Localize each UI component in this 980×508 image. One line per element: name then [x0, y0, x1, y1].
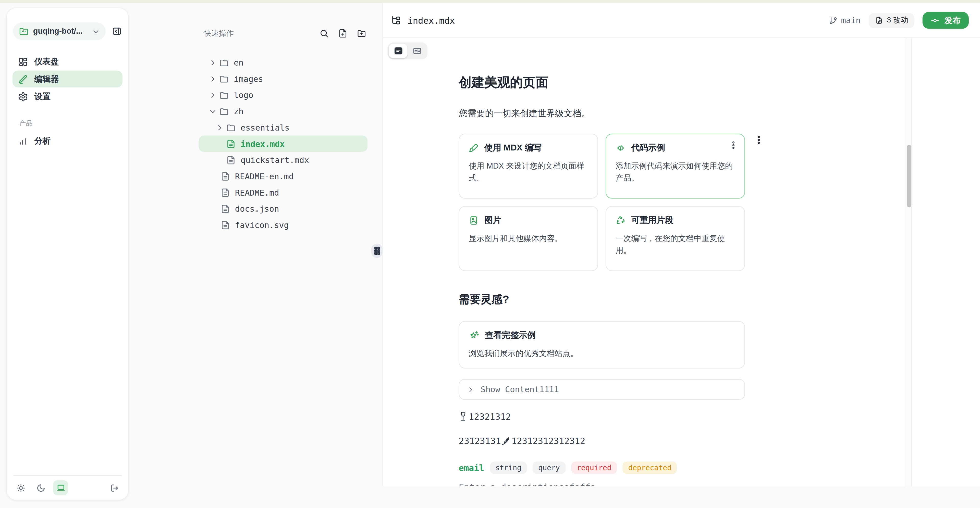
file-tree: en images logo zh essentials — [199, 54, 368, 233]
search-icon[interactable] — [319, 29, 329, 38]
sidebar-item-editor[interactable]: 编辑器 — [13, 71, 123, 87]
chevron-right-icon — [209, 91, 217, 99]
editor-panel: index.mdx main 3 改动 — [383, 3, 980, 486]
new-file-icon[interactable] — [338, 29, 348, 38]
text-line-2[interactable]: 23123131 12312312312312 — [459, 436, 745, 446]
theme-dark-button[interactable] — [33, 480, 48, 495]
folder-icon — [220, 106, 229, 116]
sun-icon — [16, 483, 25, 492]
card-mdx[interactable]: 使用 MDX 编写 使用 MDX 来设计您的文档页面样式。 — [459, 133, 598, 198]
publish-label: 发布 — [944, 15, 961, 26]
card-snippets[interactable]: 可重用片段 一次编写，在您的文档中重复使用。 — [606, 206, 745, 271]
tree-folder-essentials[interactable]: essentials — [199, 119, 368, 136]
tree-file-quickstart-mdx[interactable]: quickstart.mdx — [199, 152, 368, 168]
tab-visual-editor[interactable] — [389, 44, 407, 58]
file-icon — [226, 155, 236, 165]
theme-light-button[interactable] — [13, 480, 28, 495]
git-branch-icon — [829, 16, 837, 24]
tree-folder-en[interactable]: en — [199, 54, 368, 71]
sidebar-collapse-button[interactable] — [112, 26, 122, 36]
sidebar-item-label: 设置 — [35, 91, 51, 102]
card-code-samples[interactable]: 代码示例 添加示例代码来演示如何使用您的产品。 — [606, 133, 745, 198]
param-required-badge: required — [571, 462, 617, 474]
doc-heading-1: 创建美观的页面 — [459, 74, 745, 91]
showcase-title: 查看完整示例 — [485, 330, 535, 341]
showcase-desc: 浏览我们展示的优秀文档站点。 — [469, 348, 735, 360]
text-line-1[interactable]: 12321312 — [459, 411, 745, 423]
sidebar-nav: 仪表盘 编辑器 设置 产品 分析 — [7, 53, 128, 149]
tree-file-readme[interactable]: README.md — [199, 184, 368, 200]
file-icon — [221, 188, 230, 197]
tree-file-docs-json[interactable]: docs.json — [199, 200, 368, 217]
view-mode-tabs — [387, 43, 428, 59]
line-2-after: 12312312312312 — [511, 436, 585, 446]
param-name: email — [459, 463, 484, 473]
param-row[interactable]: email string query required deprecated — [459, 462, 745, 474]
card-title: 可重用片段 — [631, 215, 673, 226]
accordion-label: Show Content1111 — [480, 385, 559, 394]
branch-name: main — [841, 16, 861, 25]
sidebar-item-settings[interactable]: 设置 — [13, 88, 123, 105]
file-icon — [221, 171, 230, 181]
tree-folder-images[interactable]: images — [199, 71, 368, 87]
sidebar-section-label: 产品 — [19, 119, 128, 128]
logout-icon — [110, 483, 119, 492]
sidebar-item-dashboard[interactable]: 仪表盘 — [13, 53, 123, 70]
tree-folder-zh[interactable]: zh — [199, 103, 368, 119]
showcase-card[interactable]: 查看完整示例 浏览我们展示的优秀文档站点。 — [459, 321, 745, 369]
sidebar-item-label: 编辑器 — [35, 73, 59, 85]
folder-icon — [220, 90, 229, 100]
quick-actions-label: 快速操作 — [204, 28, 234, 39]
card-desc: 一次编写，在您的文档中重复使用。 — [616, 233, 735, 257]
card-images[interactable]: 图片 显示图片和其他媒体内容。 — [459, 206, 598, 271]
folder-icon — [220, 74, 229, 83]
tree-file-index-mdx[interactable]: index.mdx — [199, 135, 368, 152]
panel-resize-handle[interactable] — [371, 244, 383, 258]
param-deprecated-badge: deprecated — [623, 462, 677, 474]
changes-badge[interactable]: 3 改动 — [869, 13, 915, 28]
branch-selector[interactable]: main — [829, 16, 861, 25]
editor-filename: index.mdx — [407, 15, 455, 25]
publish-button[interactable]: 发布 — [923, 12, 969, 29]
project-row: guqing-bot/... — [13, 22, 122, 40]
logout-button[interactable] — [107, 480, 122, 495]
block-menu-icon[interactable] — [754, 135, 764, 145]
accordion-show-content[interactable]: Show Content1111 — [459, 379, 745, 400]
card-menu-icon[interactable] — [729, 141, 738, 150]
param-description-placeholder[interactable]: Enter a descriptionsafaffa — [459, 483, 745, 486]
sidebar-item-label: 仪表盘 — [35, 56, 59, 67]
file-tree-header: 快速操作 — [204, 28, 366, 39]
moon-icon — [36, 483, 45, 492]
editor-topbar: index.mdx main 3 改动 — [383, 3, 980, 38]
red-leaf-icon — [501, 437, 511, 446]
paintbrush-icon — [469, 143, 479, 153]
new-folder-icon[interactable] — [357, 29, 366, 38]
recycle-icon — [616, 216, 625, 225]
dashboard-icon — [18, 57, 28, 67]
chevron-right-icon — [216, 124, 224, 132]
scrollbar-thumb[interactable] — [907, 145, 911, 207]
card-title: 代码示例 — [631, 142, 665, 154]
git-commit-icon — [931, 16, 939, 24]
file-icon — [221, 204, 230, 213]
file-pen-icon — [875, 16, 883, 24]
theme-system-button[interactable] — [53, 480, 68, 495]
chevron-right-icon — [209, 75, 217, 83]
editor-scrollbar-track[interactable] — [906, 38, 912, 486]
param-location-badge: query — [533, 462, 566, 474]
gear-icon — [18, 92, 28, 102]
folder-icon — [226, 123, 236, 132]
bar-chart-icon — [18, 136, 28, 146]
document-view-icon — [393, 46, 403, 56]
tree-file-readme-en[interactable]: README-en.md — [199, 168, 368, 184]
app-sidebar: guqing-bot/... 仪表盘 编辑器 — [6, 7, 129, 500]
tree-folder-logo[interactable]: logo — [199, 87, 368, 103]
card-grid: 使用 MDX 编写 使用 MDX 来设计您的文档页面样式。 代码示例 添加示例代 — [459, 133, 745, 271]
project-selector[interactable]: guqing-bot/... — [13, 22, 105, 40]
sidebar-item-analytics[interactable]: 分析 — [13, 132, 123, 149]
chevron-right-icon — [209, 59, 217, 67]
tree-file-favicon-svg[interactable]: favicon.svg — [199, 217, 368, 233]
doc-intro: 您需要的一切来创建世界级文档。 — [459, 108, 745, 119]
tab-markdown-source[interactable] — [407, 44, 426, 58]
line-2-before: 23123131 — [459, 436, 501, 446]
